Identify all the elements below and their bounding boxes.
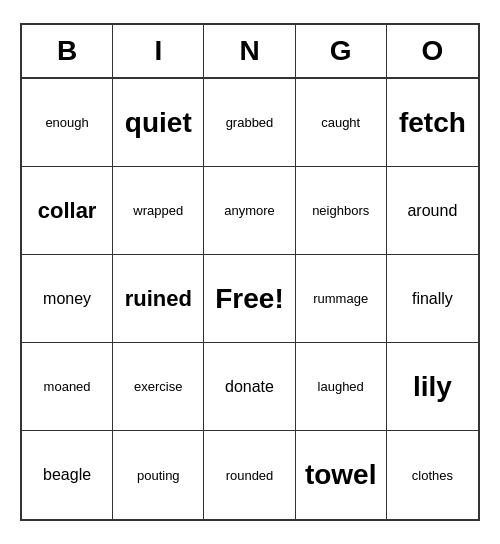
bingo-cell-20[interactable]: beagle: [22, 431, 113, 519]
bingo-cell-8[interactable]: neighbors: [296, 167, 387, 255]
bingo-cell-9[interactable]: around: [387, 167, 478, 255]
bingo-cell-0[interactable]: enough: [22, 79, 113, 167]
bingo-cell-14[interactable]: finally: [387, 255, 478, 343]
bingo-cell-12[interactable]: Free!: [204, 255, 295, 343]
bingo-cell-10[interactable]: money: [22, 255, 113, 343]
header-letter-b: B: [22, 25, 113, 77]
bingo-cell-15[interactable]: moaned: [22, 343, 113, 431]
bingo-cell-16[interactable]: exercise: [113, 343, 204, 431]
bingo-cell-18[interactable]: laughed: [296, 343, 387, 431]
bingo-cell-4[interactable]: fetch: [387, 79, 478, 167]
bingo-cell-3[interactable]: caught: [296, 79, 387, 167]
bingo-grid: enoughquietgrabbedcaughtfetchcollarwrapp…: [22, 79, 478, 519]
bingo-cell-13[interactable]: rummage: [296, 255, 387, 343]
bingo-cell-5[interactable]: collar: [22, 167, 113, 255]
bingo-cell-17[interactable]: donate: [204, 343, 295, 431]
bingo-cell-1[interactable]: quiet: [113, 79, 204, 167]
bingo-cell-21[interactable]: pouting: [113, 431, 204, 519]
header-letter-n: N: [204, 25, 295, 77]
bingo-cell-19[interactable]: lily: [387, 343, 478, 431]
bingo-cell-7[interactable]: anymore: [204, 167, 295, 255]
header-letter-g: G: [296, 25, 387, 77]
bingo-header: BINGO: [22, 25, 478, 79]
bingo-card: BINGO enoughquietgrabbedcaughtfetchcolla…: [20, 23, 480, 521]
bingo-cell-6[interactable]: wrapped: [113, 167, 204, 255]
header-letter-i: I: [113, 25, 204, 77]
bingo-cell-23[interactable]: towel: [296, 431, 387, 519]
bingo-cell-22[interactable]: rounded: [204, 431, 295, 519]
bingo-cell-11[interactable]: ruined: [113, 255, 204, 343]
bingo-cell-2[interactable]: grabbed: [204, 79, 295, 167]
header-letter-o: O: [387, 25, 478, 77]
bingo-cell-24[interactable]: clothes: [387, 431, 478, 519]
